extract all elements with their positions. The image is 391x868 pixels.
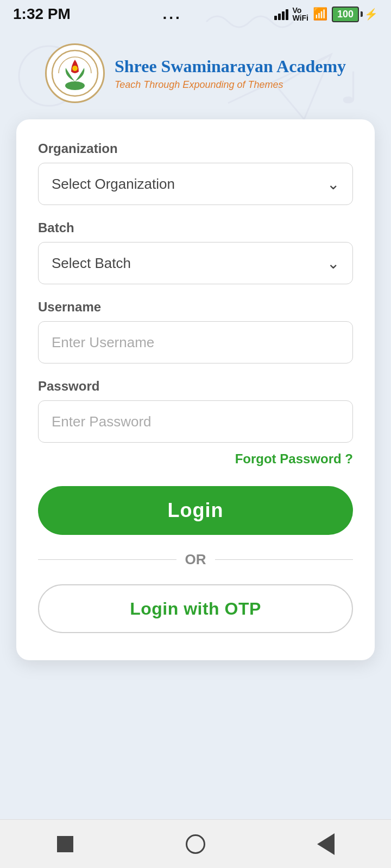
username-input[interactable]	[38, 321, 353, 363]
batch-dropdown[interactable]: Select Batch ⌄	[38, 242, 353, 284]
vowifi-icon: VoWiFi	[293, 7, 308, 22]
organization-label: Organization	[38, 141, 353, 156]
svg-point-9	[72, 66, 78, 71]
header-area: Shree Swaminarayan Academy Teach Through…	[0, 27, 391, 114]
signal-bars-icon	[274, 8, 288, 20]
home-icon	[186, 834, 205, 854]
password-label: Password	[38, 379, 353, 394]
login-button[interactable]: Login	[38, 486, 353, 535]
recent-apps-button[interactable]	[52, 831, 79, 858]
login-card: Organization Select Organization ⌄ Batch…	[16, 119, 375, 660]
divider-right	[215, 559, 354, 560]
bottom-nav-bar	[0, 819, 391, 868]
divider-left	[38, 559, 176, 560]
logo-text: Shree Swaminarayan Academy Teach Through…	[115, 56, 346, 90]
or-text: OR	[185, 551, 206, 568]
organization-dropdown[interactable]: Select Organization ⌄	[38, 163, 353, 205]
wifi-icon: 📶	[313, 7, 327, 21]
battery-tip	[361, 11, 363, 17]
battery-icon: 100 ⚡	[332, 7, 378, 22]
batch-label: Batch	[38, 220, 353, 235]
academy-logo	[45, 43, 105, 103]
logo-svg	[51, 49, 99, 98]
recent-apps-icon	[57, 836, 73, 852]
home-button[interactable]	[182, 831, 209, 858]
status-icons: VoWiFi 📶 100 ⚡	[274, 7, 378, 22]
otp-login-button[interactable]: Login with OTP	[38, 584, 353, 633]
back-button[interactable]	[312, 831, 339, 858]
or-divider: OR	[38, 551, 353, 568]
forgot-password-link[interactable]: Forgot Password ?	[235, 451, 353, 467]
status-bar: 1:32 PM ... VoWiFi 📶 100 ⚡	[0, 0, 391, 27]
battery-level: 100	[332, 7, 359, 22]
status-time: 1:32 PM	[13, 5, 71, 23]
back-icon	[317, 833, 335, 855]
organization-chevron-icon: ⌄	[327, 175, 339, 193]
organization-selected-value: Select Organization	[52, 176, 175, 193]
batch-chevron-icon: ⌄	[327, 254, 339, 272]
forgot-password-row: Forgot Password ?	[38, 451, 353, 467]
academy-name: Shree Swaminarayan Academy	[115, 56, 346, 76]
batch-selected-value: Select Batch	[52, 255, 131, 272]
logo-row: Shree Swaminarayan Academy Teach Through…	[45, 43, 346, 103]
svg-point-8	[65, 81, 85, 90]
academy-tagline: Teach Through Expounding of Themes	[115, 79, 346, 91]
charge-icon: ⚡	[364, 8, 378, 21]
status-dots: ...	[163, 5, 182, 23]
username-label: Username	[38, 299, 353, 315]
password-input[interactable]	[38, 400, 353, 443]
